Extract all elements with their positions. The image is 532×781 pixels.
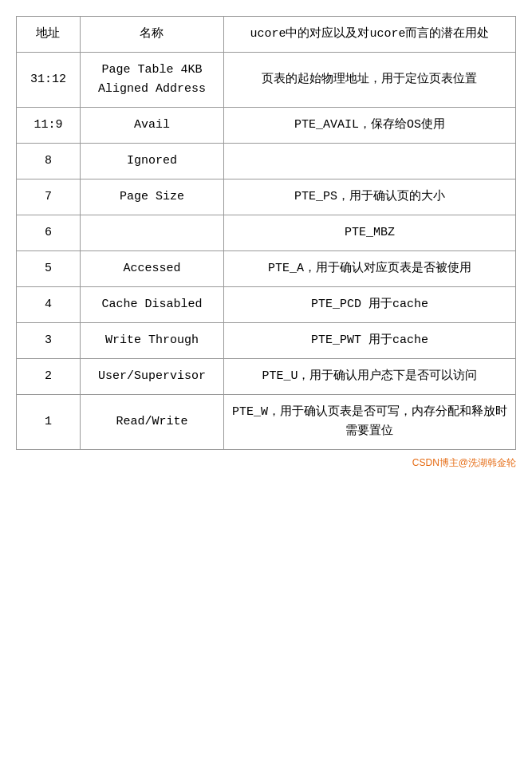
table-row: 31:12Page Table 4KBAligned Address页表的起始物… [17,53,516,108]
cell-name [80,215,223,251]
cell-addr: 1 [17,395,81,450]
cell-name: Accessed [80,251,223,287]
cell-addr: 5 [17,251,81,287]
cell-addr: 31:12 [17,53,81,108]
cell-name: User/Supervisor [80,359,223,395]
cell-name: Avail [80,108,223,144]
table-row: 1Read/WritePTE_W，用于确认页表是否可写，内存分配和释放时需要置位 [17,395,516,450]
header-desc: ucore中的对应以及对ucore而言的潜在用处 [223,17,515,53]
cell-desc: PTE_PCD 用于cache [223,287,515,323]
cell-name: Page Size [80,179,223,215]
table-row: 6PTE_MBZ [17,215,516,251]
cell-desc: PTE_PS，用于确认页的大小 [223,179,515,215]
cell-addr: 3 [17,323,81,359]
table-row: 8Ignored [17,144,516,179]
main-container: 地址 名称 ucore中的对应以及对ucore而言的潜在用处 31:12Page… [16,16,516,470]
header-addr: 地址 [17,17,81,53]
cell-name: Read/Write [80,395,223,450]
cell-addr: 4 [17,287,81,323]
cell-addr: 8 [17,144,81,179]
cell-name: Page Table 4KBAligned Address [80,53,223,108]
pte-table: 地址 名称 ucore中的对应以及对ucore而言的潜在用处 31:12Page… [16,16,516,450]
cell-name: Ignored [80,144,223,179]
table-row: 5AccessedPTE_A，用于确认对应页表是否被使用 [17,251,516,287]
table-row: 7Page SizePTE_PS，用于确认页的大小 [17,179,516,215]
footer-note: CSDN博主@洗湖韩金轮 [16,456,516,470]
table-row: 11:9AvailPTE_AVAIL，保存给OS使用 [17,108,516,144]
table-row: 2User/SupervisorPTE_U，用于确认用户态下是否可以访问 [17,359,516,395]
cell-name: Write Through [80,323,223,359]
cell-addr: 7 [17,179,81,215]
cell-desc [223,144,515,179]
cell-desc: PTE_AVAIL，保存给OS使用 [223,108,515,144]
cell-addr: 2 [17,359,81,395]
cell-desc: PTE_W，用于确认页表是否可写，内存分配和释放时需要置位 [223,395,515,450]
table-row: 3Write ThroughPTE_PWT 用于cache [17,323,516,359]
cell-desc: 页表的起始物理地址，用于定位页表位置 [223,53,515,108]
cell-addr: 11:9 [17,108,81,144]
table-row: 4Cache DisabledPTE_PCD 用于cache [17,287,516,323]
cell-name: Cache Disabled [80,287,223,323]
cell-desc: PTE_PWT 用于cache [223,323,515,359]
cell-desc: PTE_U，用于确认用户态下是否可以访问 [223,359,515,395]
cell-desc: PTE_MBZ [223,215,515,251]
header-name: 名称 [80,17,223,53]
cell-desc: PTE_A，用于确认对应页表是否被使用 [223,251,515,287]
cell-addr: 6 [17,215,81,251]
table-header-row: 地址 名称 ucore中的对应以及对ucore而言的潜在用处 [17,17,516,53]
